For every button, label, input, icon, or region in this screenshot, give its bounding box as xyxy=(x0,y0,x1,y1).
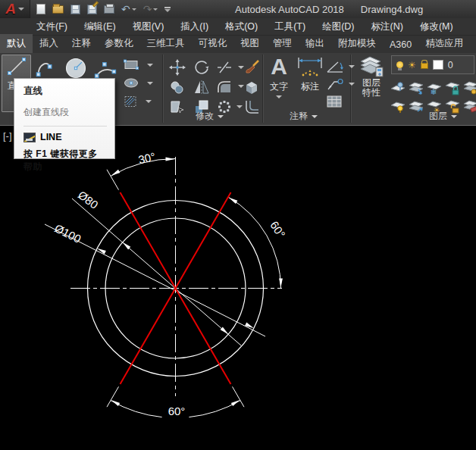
layer-freeze-button[interactable]: ❄ xyxy=(426,80,443,96)
match-properties-button[interactable] xyxy=(243,59,261,76)
panel-separator xyxy=(162,55,163,123)
menu-format[interactable]: 格式(O) xyxy=(218,18,265,36)
angle-30-label: 30° xyxy=(137,150,157,167)
copy-button[interactable] xyxy=(168,79,187,95)
polyline-icon xyxy=(35,56,58,79)
rectangle-icon xyxy=(124,59,140,70)
layer-match-icon xyxy=(408,98,424,114)
save-button[interactable] xyxy=(70,2,80,16)
viewport-controls[interactable]: [-] xyxy=(3,130,12,142)
layer-freeze-icon: ❄ xyxy=(426,80,443,96)
tooltip-help-hint: 按 F1 键获得更多帮助 xyxy=(23,148,107,173)
stretch-button[interactable] xyxy=(168,98,187,115)
chevron-down-icon xyxy=(312,115,318,118)
circle-tool-button[interactable] xyxy=(62,55,89,81)
layer-select-combo[interactable]: ☀ 0 xyxy=(391,55,474,74)
menu-draw[interactable]: 绘图(D) xyxy=(315,18,362,36)
offset-button[interactable] xyxy=(243,98,261,115)
menu-file[interactable]: 文件(F) xyxy=(29,18,75,36)
menu-tools[interactable]: 工具(T) xyxy=(267,18,313,36)
menu-view[interactable]: 视图(V) xyxy=(125,18,172,36)
explode-button[interactable] xyxy=(243,79,261,95)
tab-a360[interactable]: A360 xyxy=(383,36,418,53)
customize-qat-button[interactable] xyxy=(164,2,171,16)
annotation-panel-label[interactable]: 注释 xyxy=(290,110,318,123)
text-tool-button[interactable]: A 文字 xyxy=(265,55,293,98)
menu-dimension[interactable]: 标注(N) xyxy=(364,18,411,36)
redo-icon: ↷ xyxy=(143,4,152,14)
rotate-button[interactable] xyxy=(192,59,211,76)
chevron-down-icon xyxy=(236,105,243,108)
menu-insert[interactable]: 插入(I) xyxy=(173,18,216,36)
layer-lock-icon[interactable] xyxy=(421,63,428,69)
plot-button[interactable] xyxy=(104,2,114,16)
mirror-button[interactable] xyxy=(192,79,211,95)
tab-addins[interactable]: 附加模块 xyxy=(331,34,383,53)
tooltip-divider xyxy=(23,126,107,127)
modify-panel-label[interactable]: 修改 xyxy=(196,110,224,123)
new-file-icon xyxy=(36,4,45,14)
new-file-button[interactable] xyxy=(36,2,45,16)
angular-dimension-button[interactable] xyxy=(326,60,355,73)
angle-60-right-dimension: 60° xyxy=(228,196,288,289)
layer-lock-button[interactable] xyxy=(444,80,461,96)
rotate-icon xyxy=(193,59,210,76)
circle-icon xyxy=(63,55,89,81)
save-as-button[interactable] xyxy=(87,2,97,16)
menu-modify[interactable]: 修改(M) xyxy=(412,18,461,36)
layer-properties-button[interactable]: 图层 特性 xyxy=(353,55,390,98)
polyline-tool-button[interactable] xyxy=(33,56,59,79)
layer-on-bulb-icon[interactable] xyxy=(396,61,403,68)
trim-button[interactable] xyxy=(216,61,244,73)
mirror-icon xyxy=(193,79,210,95)
fillet-button[interactable] xyxy=(216,79,244,94)
layer-delete-button[interactable] xyxy=(462,98,476,114)
redo-button[interactable]: ↷ xyxy=(143,2,158,16)
panel-separator xyxy=(262,55,263,123)
tab-home[interactable]: 默认 xyxy=(0,34,33,53)
explode-cube-icon xyxy=(243,79,260,95)
tab-visualize[interactable]: 可视化 xyxy=(192,34,234,53)
layer-isolate-icon xyxy=(390,80,406,96)
layers-panel-label[interactable]: 图层 xyxy=(429,110,457,123)
layer-match-button[interactable] xyxy=(408,98,424,114)
layer-on-button[interactable] xyxy=(390,98,406,114)
tab-featured-apps[interactable]: 精选应用 xyxy=(418,34,470,53)
tab-parametric[interactable]: 参数化 xyxy=(98,34,140,53)
undo-button[interactable]: ↶ xyxy=(121,2,136,16)
app-menu-button[interactable]: A xyxy=(0,0,30,18)
dimension-icon xyxy=(296,55,324,79)
dimension-tool-button[interactable]: 标注 xyxy=(295,55,325,93)
chevron-down-icon xyxy=(153,8,158,11)
leader-button[interactable] xyxy=(326,77,355,91)
tab-view[interactable]: 视图 xyxy=(233,34,266,53)
move-button[interactable] xyxy=(168,59,187,76)
chevron-down-icon xyxy=(146,100,152,103)
tab-manage[interactable]: 管理 xyxy=(266,34,299,53)
ellipse-tool-button[interactable] xyxy=(124,77,153,89)
layer-make-current-button[interactable] xyxy=(408,80,424,96)
tab-annotate[interactable]: 注释 xyxy=(65,34,98,53)
ellipse-icon xyxy=(124,77,140,89)
layer-thaw-sun-icon[interactable]: ☀ xyxy=(408,61,416,70)
open-button[interactable] xyxy=(52,2,64,16)
hatch-tool-button[interactable] xyxy=(124,95,152,108)
rectangle-tool-button[interactable] xyxy=(124,59,153,70)
autocad-logo-icon: A xyxy=(5,1,16,17)
printer-icon xyxy=(104,5,114,14)
title-bar: A ↶ ↷ Autodesk AutoCAD 2018 Drawing4.dwg xyxy=(0,0,476,18)
arc-tool-button[interactable] xyxy=(92,55,119,81)
tab-3dtools[interactable]: 三维工具 xyxy=(140,34,192,53)
layer-change-button[interactable] xyxy=(462,80,476,96)
tab-insert[interactable]: 插入 xyxy=(33,34,65,53)
arc-icon xyxy=(92,55,118,81)
layer-isolate-button[interactable] xyxy=(390,80,406,96)
drawing-canvas[interactable]: [-] Ø100 Ø80 xyxy=(0,126,476,450)
tab-output[interactable]: 输出 xyxy=(299,34,331,53)
angle-60-right-label: 60° xyxy=(268,219,288,240)
table-button[interactable] xyxy=(326,95,343,108)
stretch-icon xyxy=(169,98,186,115)
angle-60-bottom-dimension: 60° xyxy=(107,386,244,417)
menu-edit[interactable]: 编辑(E) xyxy=(77,18,124,36)
layer-color-swatch[interactable] xyxy=(433,60,443,70)
